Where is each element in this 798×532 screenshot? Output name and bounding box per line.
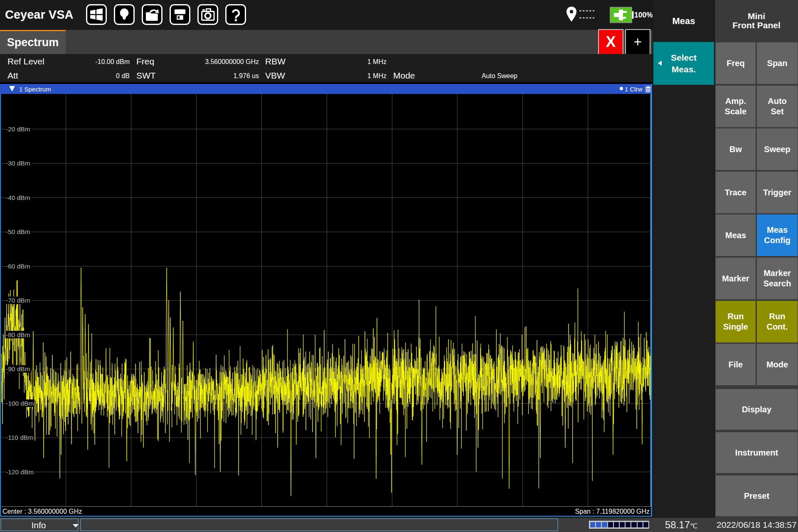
svg-text:-70 dBm: -70 dBm [6,297,30,304]
svg-text:-40 dBm: -40 dBm [6,194,30,201]
svg-text:-60 dBm: -60 dBm [6,263,30,270]
svg-text:-30 dBm: -30 dBm [6,160,30,167]
svg-text:-20 dBm: -20 dBm [6,126,30,133]
svg-text:-80 dBm: -80 dBm [6,331,30,338]
svg-text:-100 dBm: -100 dBm [6,400,34,407]
svg-text:-50 dBm: -50 dBm [6,228,30,235]
svg-text:-110 dBm: -110 dBm [6,434,33,441]
svg-text:-90 dBm: -90 dBm [6,365,30,372]
svg-text:-120 dBm: -120 dBm [6,468,34,475]
